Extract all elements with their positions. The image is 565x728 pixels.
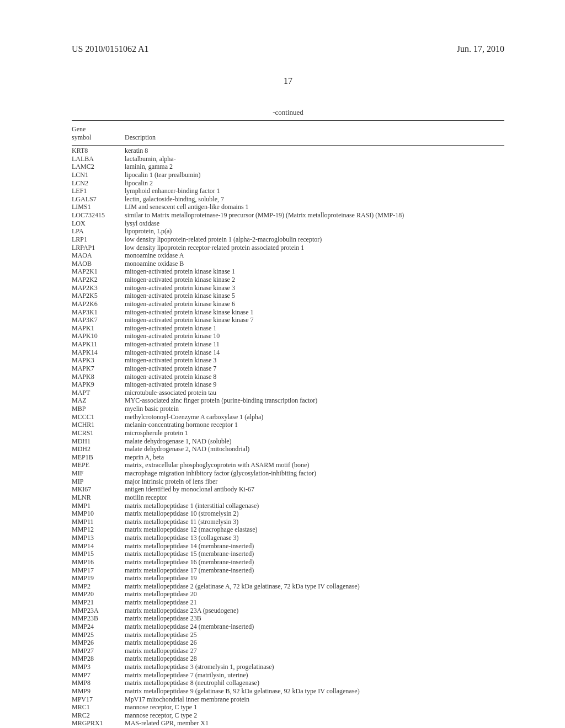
gene-symbol-cell: MAZ <box>72 397 125 405</box>
gene-description-cell: mitogen-activated protein kinase kinase … <box>125 300 504 308</box>
gene-symbol-cell: MMP28 <box>72 655 125 663</box>
gene-description-cell: myelin basic protein <box>125 405 504 413</box>
table-row: LOXlysyl oxidase <box>72 220 504 228</box>
table-row: MIPmajor intrinsic protein of lens fiber <box>72 478 504 486</box>
gene-symbol-cell: MAPK9 <box>72 381 125 389</box>
gene-description-cell: matrix metallopeptidase 16 (membrane-ins… <box>125 558 504 566</box>
gene-symbol-cell: KRT8 <box>72 147 125 155</box>
gene-symbol-cell: MEPE <box>72 461 125 469</box>
table-row: MAOAmonoamine oxidase A <box>72 251 504 260</box>
gene-description-cell: malate dehydrogenase 2, NAD (mitochondri… <box>125 445 504 453</box>
gene-description-cell: laminin, gamma 2 <box>125 163 504 171</box>
gene-table: -continued Gene symbol Description KRT8k… <box>72 108 504 727</box>
gene-description-cell: monoamine oxidase B <box>125 260 504 268</box>
gene-description-cell: mitogen-activated protein kinase kinase … <box>125 308 504 317</box>
page: US 2010/0151062 A1 Jun. 17, 2010 17 -con… <box>0 0 565 728</box>
gene-symbol-cell: MMP11 <box>72 518 125 526</box>
gene-symbol-cell: MCHR1 <box>72 421 125 429</box>
gene-symbol-cell: MAP2K6 <box>72 300 125 308</box>
gene-description-cell: mitogen-activated protein kinase 9 <box>125 381 504 389</box>
gene-description-cell: macrophage migration inhibitory factor (… <box>125 469 504 478</box>
gene-description-cell: mitogen-activated protein kinase 14 <box>125 349 504 357</box>
gene-symbol-cell: MRC2 <box>72 711 125 720</box>
table-row: MAP3K7mitogen-activated protein kinase k… <box>72 316 504 324</box>
gene-description-cell: matrix metallopeptidase 11 (stromelysin … <box>125 518 504 526</box>
gene-symbol-cell: MMP27 <box>72 647 125 655</box>
gene-symbol-cell: MDH2 <box>72 445 125 453</box>
gene-symbol-cell: MBP <box>72 405 125 413</box>
gene-symbol-cell: MAOA <box>72 251 125 260</box>
table-continued-label: -continued <box>72 108 504 117</box>
gene-symbol-cell: MMP13 <box>72 534 125 542</box>
gene-symbol-cell: MMP12 <box>72 526 125 534</box>
gene-description-cell: antigen identified by monoclonal antibod… <box>125 485 504 494</box>
gene-description-cell: major intrinsic protein of lens fiber <box>125 478 504 486</box>
gene-description-cell: matrix metallopeptidase 8 (neutrophil co… <box>125 679 504 687</box>
gene-symbol-cell: MPV17 <box>72 695 125 704</box>
table-mid-rule <box>72 145 504 146</box>
table-row: MAP2K6mitogen-activated protein kinase k… <box>72 300 504 308</box>
gene-symbol-cell: MMP17 <box>72 566 125 575</box>
table-row: MKI67antigen identified by monoclonal an… <box>72 485 504 494</box>
table-row: LIMS1LIM and senescent cell antigen-like… <box>72 203 504 211</box>
table-row: MMP25matrix metallopeptidase 25 <box>72 631 504 639</box>
gene-symbol-cell: MAP2K5 <box>72 292 125 300</box>
gene-description-cell: matrix metallopeptidase 27 <box>125 647 504 655</box>
gene-symbol-cell: LAMC2 <box>72 163 125 171</box>
table-row: MMP26matrix metallopeptidase 26 <box>72 639 504 647</box>
gene-symbol-cell: LRP1 <box>72 235 125 244</box>
table-row: MMP20matrix metallopeptidase 20 <box>72 590 504 598</box>
gene-description-cell: mitogen-activated protein kinase 11 <box>125 340 504 349</box>
table-row: LGALS7lectin, galactoside-binding, solub… <box>72 195 504 204</box>
table-row: MMP14matrix metallopeptidase 14 (membran… <box>72 542 504 550</box>
gene-description-cell: matrix, extracellular phosphoglycoprotei… <box>125 461 504 469</box>
gene-description-cell: mannose receptor, C type 2 <box>125 711 504 720</box>
table-row: MMP12matrix metallopeptidase 12 (macroph… <box>72 526 504 534</box>
table-row: LAMC2laminin, gamma 2 <box>72 163 504 171</box>
gene-description-cell: matrix metallopeptidase 14 (membrane-ins… <box>125 542 504 550</box>
gene-symbol-cell: MMP15 <box>72 550 125 558</box>
gene-description-cell: mitogen-activated protein kinase 7 <box>125 365 504 373</box>
table-row: MDH2malate dehydrogenase 2, NAD (mitocho… <box>72 445 504 453</box>
gene-table-body: KRT8keratin 8LALBAlactalbumin, alpha-LAM… <box>72 147 504 727</box>
gene-description-cell: microtubule-associated protein tau <box>125 389 504 397</box>
gene-symbol-cell: MMP23B <box>72 614 125 623</box>
gene-description-cell: mitogen-activated protein kinase kinase … <box>125 267 504 276</box>
table-row: MAP2K2mitogen-activated protein kinase k… <box>72 276 504 284</box>
gene-symbol-cell: MMP16 <box>72 558 125 566</box>
table-row: MAPK1mitogen-activated protein kinase 1 <box>72 324 504 333</box>
gene-description-cell: motilin receptor <box>125 494 504 502</box>
table-row: MAPK7mitogen-activated protein kinase 7 <box>72 365 504 373</box>
gene-symbol-cell: MMP3 <box>72 663 125 671</box>
gene-description-cell: matrix metallopeptidase 21 <box>125 598 504 607</box>
gene-symbol-cell: MIF <box>72 469 125 478</box>
gene-symbol-cell: MMP1 <box>72 502 125 510</box>
gene-symbol-cell: MAP2K2 <box>72 276 125 284</box>
page-number: 17 <box>72 76 504 86</box>
gene-description-cell: similar to Matrix metalloproteinase-19 p… <box>125 211 504 220</box>
gene-description-cell: monoamine oxidase A <box>125 251 504 260</box>
gene-symbol-cell: MAP3K1 <box>72 308 125 317</box>
gene-symbol-cell: MMP19 <box>72 574 125 582</box>
gene-symbol-cell: MMP23A <box>72 607 125 615</box>
gene-symbol-cell: MMP25 <box>72 631 125 639</box>
gene-description-cell: lactalbumin, alpha- <box>125 155 504 163</box>
gene-symbol-cell: LGALS7 <box>72 195 125 204</box>
gene-description-cell: matrix metallopeptidase 12 (macrophage e… <box>125 526 504 534</box>
table-row: MIFmacrophage migration inhibitory facto… <box>72 469 504 478</box>
table-top-rule <box>72 120 504 121</box>
gene-description-cell: mitogen-activated protein kinase kinase … <box>125 316 504 324</box>
table-row: LEF1lymphoid enhancer-binding factor 1 <box>72 187 504 195</box>
gene-symbol-cell: MIP <box>72 478 125 486</box>
table-row: MMP15matrix metallopeptidase 15 (membran… <box>72 550 504 558</box>
table-row: MDH1malate dehydrogenase 1, NAD (soluble… <box>72 437 504 446</box>
gene-description-cell: lectin, galactoside-binding, soluble, 7 <box>125 195 504 204</box>
gene-description-cell: MpV17 mitochondrial inner membrane prote… <box>125 695 504 704</box>
table-row: MMP2matrix metallopeptidase 2 (gelatinas… <box>72 582 504 591</box>
gene-symbol-cell: MAPK8 <box>72 373 125 381</box>
table-row: MAZMYC-associated zinc finger protein (p… <box>72 397 504 405</box>
table-row: MMP19matrix metallopeptidase 19 <box>72 574 504 582</box>
gene-symbol-cell: MAPK1 <box>72 324 125 333</box>
table-row: MLNRmotilin receptor <box>72 494 504 502</box>
gene-symbol-cell: LIMS1 <box>72 203 125 211</box>
